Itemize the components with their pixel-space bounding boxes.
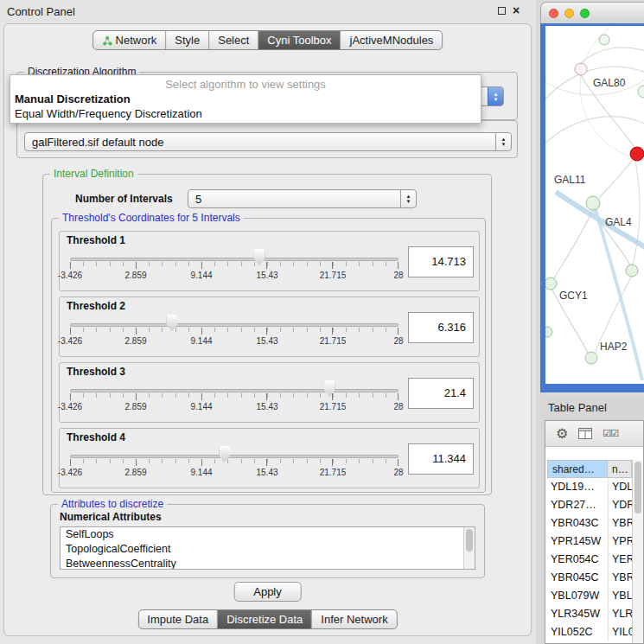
attribute-list-item[interactable]: SelfLoops	[61, 527, 475, 542]
table-cell: YDL1…	[608, 478, 632, 496]
network-node[interactable]	[586, 196, 600, 210]
close-traffic-light-icon[interactable]	[549, 9, 558, 18]
scrollbar-thumb[interactable]	[634, 462, 641, 513]
combo-stepper-icon[interactable]	[488, 87, 503, 105]
table-row[interactable]: YDL19…YDL1…	[547, 478, 632, 496]
table-row[interactable]: YPR145WYPR1…	[547, 532, 632, 551]
network-node-selected[interactable]	[630, 147, 644, 161]
combo-stepper-icon[interactable]	[495, 133, 511, 150]
column-visibility-icon[interactable]: ☑☑	[603, 428, 618, 439]
attribute-list-item[interactable]: TopologicalCoefficient	[61, 542, 475, 557]
network-node-label: HAP2	[600, 341, 628, 353]
table-panel: Table Panel ⚙ ☑☑ shared… n… YDL19…YDL1…Y…	[540, 396, 644, 644]
slider-track[interactable]	[70, 455, 399, 458]
threshold-value-field[interactable]: 21.4	[408, 378, 474, 409]
slider-track[interactable]	[70, 323, 399, 327]
list-scrollbar[interactable]	[463, 527, 475, 569]
close-icon[interactable]: ×	[513, 3, 520, 17]
network-canvas[interactable]: GAL80 GAL11 GAL4 GCY1 HAP2	[545, 26, 644, 384]
network-node[interactable]	[638, 86, 644, 98]
table-cell: YIL052C	[547, 623, 608, 641]
threshold-slider[interactable]: -3.4262.8599.14415.4321.71528	[70, 441, 399, 488]
scale-tick-label: 2.859	[124, 271, 146, 280]
threshold-value-field[interactable]: 6.316	[408, 312, 474, 343]
network-window-titlebar[interactable]	[540, 2, 644, 23]
tab-cyni-toolbox[interactable]: Cyni Toolbox	[258, 31, 341, 49]
threshold-slider[interactable]: -3.4262.8599.14415.4321.71528	[70, 244, 399, 290]
network-node[interactable]	[626, 265, 638, 277]
slider-track[interactable]	[70, 258, 399, 261]
tab-select[interactable]: Select	[209, 31, 258, 49]
tab-infer-network[interactable]: Infer Network	[312, 610, 396, 628]
table-data-combo-value: galFiltered.sif default node	[32, 133, 494, 150]
table-cell: YLR3…	[608, 605, 632, 623]
tab-impute-data[interactable]: Impute Data	[138, 610, 218, 628]
control-panel-titlebar[interactable]: Control Panel ×	[0, 0, 536, 22]
table-cell: YDR2…	[608, 496, 632, 514]
table-row[interactable]: YBR045CYBR0…	[547, 569, 632, 587]
control-panel-body: NetworkStyleSelectCyni ToolboxjActiveMNo…	[3, 23, 532, 636]
table-row[interactable]: YDR27…YDR2…	[547, 496, 632, 514]
zoom-traffic-light-icon[interactable]	[580, 9, 590, 18]
application-root: Control Panel × NetworkStyleSelectCyni T…	[0, 0, 644, 644]
table-data-combo[interactable]: galFiltered.sif default node	[24, 132, 512, 151]
tab-discretize-data[interactable]: Discretize Data	[218, 610, 312, 628]
network-node[interactable]	[599, 35, 609, 45]
columns-icon[interactable]	[578, 428, 592, 439]
threshold-slider[interactable]: -3.4262.8599.14415.4321.71528	[70, 375, 399, 422]
table-row[interactable]: YIL052CYIL0…	[547, 623, 632, 641]
threshold-value-field[interactable]: 11.344	[408, 443, 474, 475]
network-node[interactable]	[585, 352, 597, 364]
num-intervals-label: Number of Intervals	[75, 193, 173, 205]
apply-button[interactable]: Apply	[233, 582, 302, 602]
tab-label: Impute Data	[147, 613, 208, 626]
scale-tick-label: 2.859	[124, 468, 146, 477]
table-cell: YIL0…	[608, 623, 632, 641]
slider-track[interactable]	[70, 389, 399, 392]
network-node-label: GAL11	[554, 174, 586, 186]
scale-tick-label: 9.144	[190, 402, 212, 411]
gear-icon[interactable]: ⚙	[556, 427, 568, 441]
attributes-list[interactable]: SelfLoopsTopologicalCoefficientBetweenne…	[60, 526, 475, 570]
network-view-window: GAL80 GAL11 GAL4 GCY1 HAP2	[540, 2, 644, 392]
table-row[interactable]: YBR043CYBR0…	[547, 514, 632, 532]
network-node[interactable]	[575, 63, 587, 75]
tab-jactivemnodules[interactable]: jActiveMNodules	[341, 31, 443, 49]
tab-label: jActiveMNodules	[350, 34, 434, 47]
table-cell: YBR045C	[547, 569, 608, 587]
table-rows-container: YDL19…YDL1…YDR27…YDR2…YBR043CYBR0…YPR145…	[547, 478, 632, 643]
slider-scale-labels: -3.4262.8599.14415.4321.71528	[70, 336, 399, 347]
popup-option-manual-discretization[interactable]: Manual Discretization	[10, 92, 481, 106]
table-data-group: Table Data galFiltered.sif default node	[16, 120, 518, 158]
combo-stepper-icon[interactable]	[400, 190, 416, 207]
interval-definition-title: Interval Definition	[50, 168, 137, 180]
network-icon	[102, 35, 112, 46]
column-header-name[interactable]: n…	[608, 460, 632, 478]
table-row[interactable]: YLR345WYLR3…	[547, 605, 632, 623]
window-traffic-lights	[549, 9, 590, 18]
attributes-group-title: Attributes to discretize	[58, 498, 167, 510]
network-node-label: GAL4	[605, 216, 632, 228]
minimize-traffic-light-icon[interactable]	[564, 9, 574, 18]
popup-option-equal-width-frequency[interactable]: Equal Width/Frequency Discretization	[10, 106, 481, 121]
scrollbar-thumb[interactable]	[466, 529, 473, 552]
column-header-shared-name[interactable]: shared…	[547, 460, 608, 478]
tab-style[interactable]: Style	[166, 31, 209, 49]
slider-major-ticks	[70, 459, 399, 466]
table-cell: YPR145W	[547, 532, 608, 551]
slider-scale-labels: -3.4262.8599.14415.4321.71528	[70, 402, 399, 412]
attribute-list-item[interactable]: BetweennessCentrality	[61, 557, 475, 570]
table-cell: YLR345W	[547, 605, 608, 623]
threshold-slider[interactable]: -3.4262.8599.14415.4321.71528	[70, 309, 399, 356]
table-row[interactable]: YER054CYER0…	[547, 551, 632, 569]
num-intervals-combo[interactable]: 5	[188, 189, 417, 208]
scale-tick-label: -3.426	[58, 402, 82, 411]
table-row[interactable]: YBL079WYBL0…	[547, 587, 632, 605]
network-node[interactable]	[545, 327, 552, 337]
threshold-value-field[interactable]: 14.713	[408, 246, 474, 277]
scale-tick-label: 28	[393, 336, 403, 346]
float-window-icon[interactable]	[498, 7, 506, 15]
network-node[interactable]	[545, 277, 557, 290]
tab-network[interactable]: Network	[93, 31, 167, 49]
table-scrollbar[interactable]	[632, 460, 643, 643]
